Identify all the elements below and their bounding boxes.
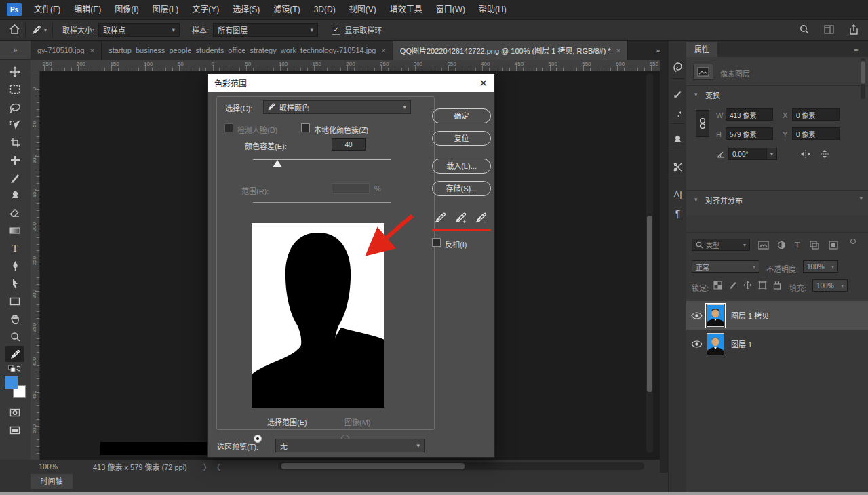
filter-toggle-icon[interactable] [850,239,856,244]
layer-thumbnail[interactable] [707,333,724,355]
filter-adjustment-layers-icon[interactable] [777,241,786,251]
move-tool[interactable] [5,64,24,80]
lock-artboard-icon[interactable] [758,281,767,291]
object-selection-tool[interactable] [5,117,24,133]
dialog-title-bar[interactable]: 色彩范围 ✕ [208,74,494,92]
menu-图层[interactable]: 图层(L) [146,0,186,19]
menu-文件[interactable]: 文件(F) [27,0,67,19]
align-options-chevron-icon[interactable]: ▾ [859,195,863,201]
quick-mask-button[interactable] [5,404,24,420]
flip-horizontal-icon[interactable] [800,149,811,160]
zoom-level[interactable]: 100% [39,462,74,471]
invert-checkbox[interactable] [432,238,441,247]
dialog-close-icon[interactable]: ✕ [479,77,488,90]
gradient-tool[interactable] [5,222,24,239]
hand-tool[interactable] [5,311,24,327]
layer-visibility-eye-icon[interactable] [686,340,707,348]
eyedropper-tool[interactable] [5,346,24,362]
properties-scrollbar[interactable] [861,58,865,99]
load-button[interactable]: 载入(L)... [432,159,491,174]
tab-close-icon[interactable]: × [616,46,620,54]
home-icon[interactable] [9,24,20,35]
timeline-tab[interactable]: 时间轴 [31,474,73,489]
filter-type-layers-icon[interactable]: T [795,240,800,250]
y-input[interactable]: 0 像素 [792,127,840,140]
tab-overflow-button[interactable]: » [648,41,668,60]
pen-tool[interactable] [5,258,24,274]
lasso-tool[interactable] [5,99,24,115]
sample-size-dropdown[interactable]: 取样点▾ [98,23,180,37]
fill-input[interactable]: 100%▾ [812,279,848,292]
lock-transparency-icon[interactable] [713,281,722,291]
show-sampling-ring-checkbox[interactable]: ✓ [332,26,340,35]
filter-shape-layers-icon[interactable] [810,241,819,251]
menu-编辑[interactable]: 编辑(E) [67,0,108,19]
foreground-color-swatch[interactable] [5,376,18,389]
tool-presets-panel-icon[interactable] [671,160,685,174]
workspace-switcher-icon[interactable] [824,25,834,35]
filter-pixel-layers-icon[interactable] [758,241,769,251]
menu-窗口[interactable]: 窗口(W) [429,0,472,19]
align-collapse-icon[interactable]: ▾ [694,196,698,203]
flip-vertical-icon[interactable] [819,149,830,160]
toolbar-collapse-button[interactable]: » [0,41,31,60]
fuzziness-slider-thumb[interactable] [273,160,282,167]
path-selection-tool[interactable] [5,275,24,292]
ok-button[interactable]: 确定 [432,108,491,123]
fuzziness-input[interactable]: 40 [332,138,366,151]
tab-properties[interactable]: 属性 [686,42,717,57]
localized-clusters-checkbox[interactable] [301,123,310,132]
rectangular-marquee-tool[interactable] [5,81,24,98]
menu-滤镜[interactable]: 滤镜(T) [267,0,307,19]
menu-3D[interactable]: 3D(D) [307,0,342,19]
layer-filter-type-dropdown[interactable]: 类型 ▾ [692,239,750,251]
layer-visibility-eye-icon[interactable] [686,312,707,319]
angle-dropdown-icon[interactable]: ▾ [766,148,777,160]
clone-stamp-tool[interactable] [5,187,24,203]
sample-eyedropper-icon[interactable] [434,212,446,225]
menu-帮助[interactable]: 帮助(H) [472,0,513,19]
blend-mode-dropdown[interactable]: 正常▾ [692,260,760,273]
paragraph-panel-icon[interactable]: ¶ [671,206,685,220]
screen-mode-button[interactable] [5,422,24,438]
menu-图像[interactable]: 图像(I) [108,0,145,19]
document-tab[interactable]: gy-710510.jpg× [31,41,102,60]
subtract-sample-eyedropper-icon[interactable] [475,212,487,225]
layer-name[interactable]: 图层 1 拷贝 [731,310,769,321]
selection-preview-dropdown[interactable]: 无▾ [275,439,425,452]
link-dimensions-icon[interactable] [696,110,709,137]
menu-增效工具[interactable]: 增效工具 [383,0,429,19]
search-icon[interactable] [800,24,809,35]
type-tool[interactable]: T [5,240,24,256]
menu-选择[interactable]: 选择(S) [226,0,267,19]
tab-close-icon[interactable]: × [90,46,94,54]
character-panel-icon[interactable]: A| [671,187,685,201]
angle-input[interactable]: 0.00° [728,148,766,160]
zoom-tool[interactable] [5,328,24,344]
reset-button[interactable]: 复位 [432,131,491,146]
sample-dropdown[interactable]: 所有图层▾ [213,23,318,37]
filter-smart-objects-icon[interactable] [829,241,838,251]
opacity-input[interactable]: 100%▾ [803,260,838,273]
brushes-panel-icon[interactable] [671,107,685,121]
tab-close-icon[interactable]: × [381,46,385,54]
brush-settings-panel-icon[interactable] [671,87,685,101]
status-arrows-icon[interactable]: 〉 〈 [203,461,220,472]
select-dropdown[interactable]: 取样颜色 ▾ [263,100,411,114]
width-input[interactable]: 413 像素 [726,108,773,121]
height-input[interactable]: 579 像素 [726,127,773,140]
layer-row[interactable]: 图层 1 拷贝 [686,301,868,330]
brush-tool[interactable] [5,170,24,186]
horizontal-scrollbar[interactable] [278,462,644,470]
selection-preview[interactable] [252,223,384,408]
clone-source-panel-icon[interactable] [671,133,685,147]
layer-name[interactable]: 图层 1 [731,338,752,349]
rectangle-tool[interactable] [5,293,24,309]
x-input[interactable]: 0 像素 [792,108,840,121]
share-icon[interactable] [849,24,859,36]
crop-tool[interactable] [5,134,24,151]
eraser-tool[interactable] [5,205,24,221]
history-panel-icon[interactable] [671,60,685,74]
vertical-scrollbar[interactable] [646,73,653,453]
lock-all-icon[interactable] [773,280,781,291]
